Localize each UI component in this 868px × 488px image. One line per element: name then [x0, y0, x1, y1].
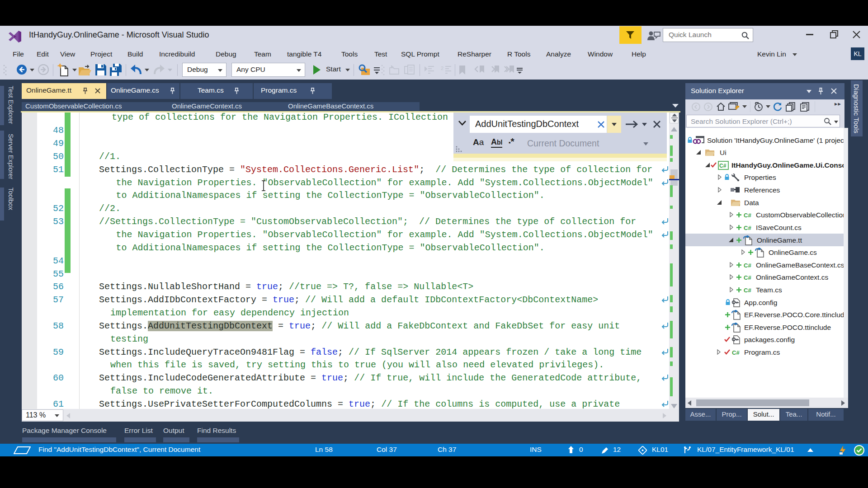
svg-text:2: 2: [441, 66, 443, 71]
